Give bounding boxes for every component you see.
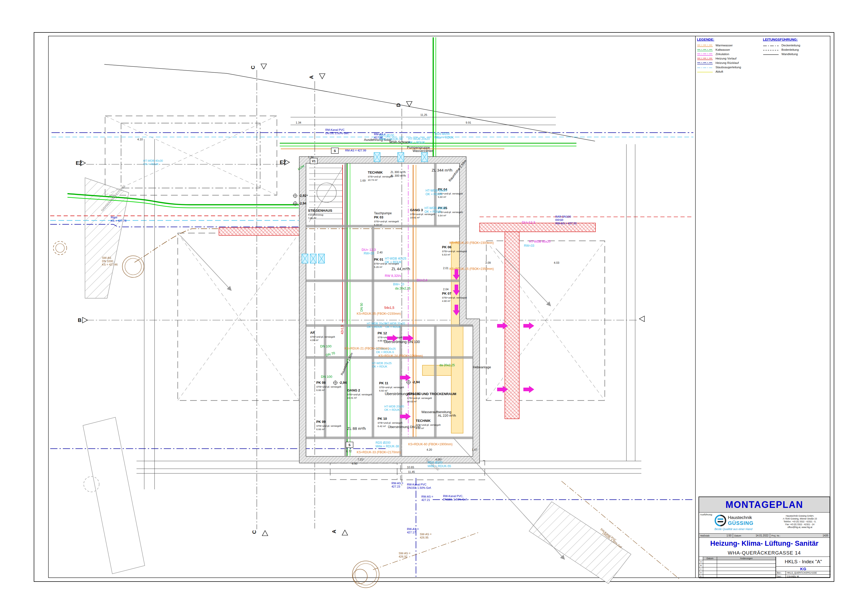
line-sample-svg [697, 57, 713, 60]
room-name: AR [310, 331, 315, 335]
gez-value: CSANDL M. [786, 575, 831, 578]
room-area: 6.42 m² [378, 425, 386, 428]
annotation-text: Wasserzähler [412, 149, 433, 153]
line-sample-svg [697, 49, 713, 52]
annotation-text: 54x1,5 [384, 306, 394, 310]
wandleitung-line-sample [763, 53, 779, 56]
company-band: Ausführung: Haustechnik GÜSSING Beste Qu… [699, 513, 829, 533]
kaltwasser-line-sample [697, 48, 713, 51]
annotation-text: Mitte = RDUK-55 [428, 464, 451, 468]
symbol-box-label: S [334, 149, 336, 153]
revision-aenderungen-cell [717, 571, 776, 575]
room-area: 10.74 m² [368, 178, 378, 181]
revision-row: E [699, 575, 776, 578]
annotation-text: SW-AS [102, 256, 111, 259]
logo-tagline: Beste Qualität aus einer Hand [715, 527, 752, 530]
manhole-circle [352, 561, 379, 588]
annotation-text: 426.95 [420, 536, 429, 539]
room-name: PK 06 [442, 245, 451, 249]
logo-line2: GÜSSING [728, 520, 753, 526]
room-finish: STB+und-pl. versiegelt [368, 175, 393, 178]
deckenleitung-line-sample [763, 44, 779, 47]
room-area: 28.62 m² [407, 400, 417, 403]
section-marker-letter: D [395, 103, 401, 107]
duct-band [219, 228, 299, 236]
room-area: 6.66 m² [316, 428, 324, 431]
room-area: 10.91 m² [410, 216, 420, 219]
section-marker-triangle [262, 530, 268, 536]
room-label: GANG 2STB+und-pl. versiegelt15.01 m² [347, 388, 372, 399]
revision-row: A [699, 560, 776, 564]
line-sample-svg [697, 71, 713, 74]
annotation-text: RW=33 [364, 252, 374, 255]
annotation-text: Hebeanlage [473, 365, 491, 369]
room-label: TECHNIKSTB+und-pl. versiegelt10.74 m² [368, 171, 393, 181]
legend-item: Bodenleitung [763, 47, 800, 52]
annotation-text: HT-WDB 40x25 [385, 257, 406, 260]
annotation-text: RDS Ø200 [428, 461, 442, 464]
room-finish: STB+und-pl. versiegelt [316, 385, 341, 388]
annotation-text: KS=RDUK-35 (FBOK+2150mm) [357, 312, 401, 315]
revision-aenderungen-cell [717, 567, 776, 571]
legend-item: Wandleitung [763, 52, 800, 56]
revision-aenderungen-header: Änderungen [717, 557, 776, 560]
annotation-text: HT-WDB 20x20 [384, 405, 404, 408]
heizung-vorlauf-line-sample [697, 57, 713, 60]
revision-aenderungen-cell [717, 560, 776, 564]
dimension-text: 11,25 [420, 113, 427, 116]
annotation-text: DN 50 [360, 303, 363, 312]
dimension-text: 2.01 [443, 267, 448, 270]
legend-title: LEGENDE: [697, 37, 741, 42]
elevation-value: -2,92⁵ [299, 194, 308, 197]
room-area: 5.54 m² [438, 214, 446, 217]
manhole-inner-circle [125, 258, 141, 275]
room-name: PK 12 [378, 331, 387, 335]
annotation-text: Mitte = RDUK-90 [379, 137, 403, 141]
logo-line1: Haustechnik [728, 515, 752, 520]
room-label: PK 08STB+und-pl. versiegelt6.66 m² [316, 381, 341, 391]
revision-table: Datum Änderungen A B C D E [699, 557, 776, 578]
annotation-text: SW-AS = [420, 533, 431, 536]
room-area: 5.53 m² [442, 253, 450, 256]
annotation-text: 427.21 [422, 498, 430, 501]
annotation-text: KS = 427.46 [102, 263, 118, 266]
room-finish: STB+und-pl. versiegelt [442, 250, 467, 253]
datum-label: Datum [734, 535, 741, 537]
plan-content: 11,251.349.914.101.341.692.402.012.043.0… [50, 37, 693, 588]
massstab-value: 1:50 [727, 534, 732, 537]
dimension-text: 4.03 [554, 261, 559, 264]
address-line: Telefon: +43 (0) 3322 - 42321 - 0, [772, 520, 828, 523]
annotation-text: RM-AS = [374, 133, 386, 136]
dimension-text: 4.10 [137, 138, 143, 141]
project-title-row: WHA-QUERÄCKERGASSE 14 [699, 549, 829, 557]
section-marker-letter: E2 [280, 160, 286, 165]
revision-datum-cell [703, 567, 717, 571]
annotation-text: SW-AS = [399, 552, 410, 555]
room-area: 6.66 m² [316, 389, 324, 391]
line-sample-svg [763, 49, 779, 52]
manhole-circle [84, 476, 99, 492]
annotation-text: RW-Kanal PVC, [443, 495, 463, 498]
annotation-text: Mitte = RDUK [435, 136, 454, 140]
annotation-text: RAR DN100 [555, 215, 571, 218]
annotation-text: ZL 44 m³/h [392, 267, 410, 271]
annotation-text: OK = RDUK [425, 210, 441, 214]
revision-row: D [699, 571, 776, 575]
annotation-text: KS=RDUK-33 (FBOK+2170mm) [357, 450, 401, 454]
room-name: STIEGENHAUS [308, 209, 332, 212]
annotation-text: HT-WDB 20x20 [367, 322, 386, 325]
dimension-text: 9.91 [466, 121, 471, 124]
gray-arrow [496, 248, 551, 306]
line-sample-svg [697, 53, 713, 56]
annotation-text: HT-WDB 65x20 [529, 240, 551, 243]
manhole-inner-circle [355, 563, 377, 585]
annotation-text: KS=RDUK-20 (FBOK+2300mm) [450, 241, 494, 245]
annotation-text: OK = RDUK [408, 141, 425, 144]
section-marker-triangle [261, 64, 267, 69]
room-finish: Feinsteinzeug [308, 213, 323, 216]
dimension-text: 10.65 [407, 466, 414, 469]
room-name: PK 07 [442, 291, 451, 295]
annotation-text: Tauchpumpe [374, 211, 392, 215]
annotation-text: 427.23 [392, 485, 400, 488]
legend-item: Warmwasser [697, 43, 741, 47]
